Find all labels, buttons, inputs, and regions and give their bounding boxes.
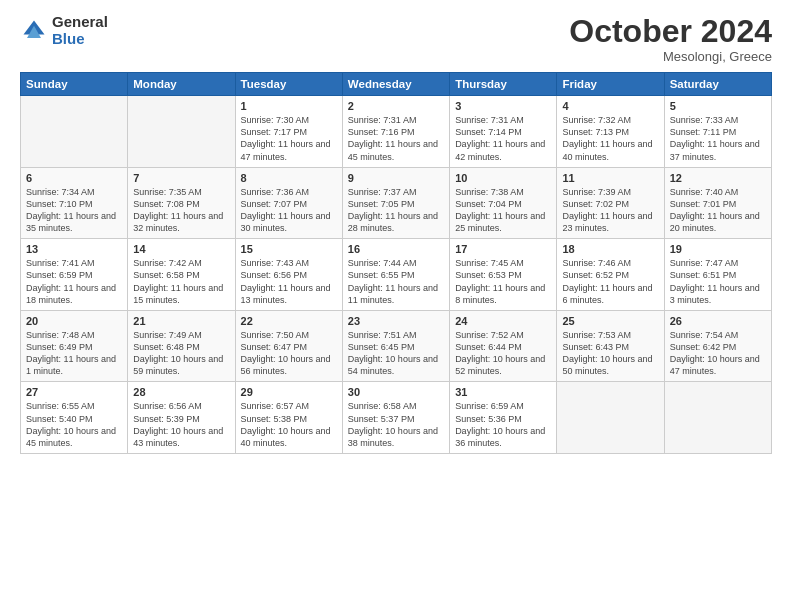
table-row: 5Sunrise: 7:33 AMSunset: 7:11 PMDaylight…: [664, 96, 771, 168]
day-info: Sunrise: 7:33 AMSunset: 7:11 PMDaylight:…: [670, 114, 766, 163]
table-row: 3Sunrise: 7:31 AMSunset: 7:14 PMDaylight…: [450, 96, 557, 168]
day-info: Sunrise: 7:30 AMSunset: 7:17 PMDaylight:…: [241, 114, 337, 163]
day-number: 2: [348, 100, 444, 112]
table-row: 17Sunrise: 7:45 AMSunset: 6:53 PMDayligh…: [450, 239, 557, 311]
header-sunday: Sunday: [21, 73, 128, 96]
table-row: 14Sunrise: 7:42 AMSunset: 6:58 PMDayligh…: [128, 239, 235, 311]
calendar-week-row: 20Sunrise: 7:48 AMSunset: 6:49 PMDayligh…: [21, 310, 772, 382]
calendar-table: Sunday Monday Tuesday Wednesday Thursday…: [20, 72, 772, 454]
table-row: 26Sunrise: 7:54 AMSunset: 6:42 PMDayligh…: [664, 310, 771, 382]
day-info: Sunrise: 6:55 AMSunset: 5:40 PMDaylight:…: [26, 400, 122, 449]
calendar-week-row: 13Sunrise: 7:41 AMSunset: 6:59 PMDayligh…: [21, 239, 772, 311]
table-row: 1Sunrise: 7:30 AMSunset: 7:17 PMDaylight…: [235, 96, 342, 168]
day-number: 12: [670, 172, 766, 184]
day-number: 16: [348, 243, 444, 255]
day-info: Sunrise: 7:50 AMSunset: 6:47 PMDaylight:…: [241, 329, 337, 378]
location-subtitle: Mesolongi, Greece: [569, 49, 772, 64]
day-number: 23: [348, 315, 444, 327]
table-row: 31Sunrise: 6:59 AMSunset: 5:36 PMDayligh…: [450, 382, 557, 454]
table-row: 9Sunrise: 7:37 AMSunset: 7:05 PMDaylight…: [342, 167, 449, 239]
header-wednesday: Wednesday: [342, 73, 449, 96]
day-number: 29: [241, 386, 337, 398]
day-info: Sunrise: 7:31 AMSunset: 7:16 PMDaylight:…: [348, 114, 444, 163]
day-info: Sunrise: 7:38 AMSunset: 7:04 PMDaylight:…: [455, 186, 551, 235]
day-info: Sunrise: 7:49 AMSunset: 6:48 PMDaylight:…: [133, 329, 229, 378]
table-row: 7Sunrise: 7:35 AMSunset: 7:08 PMDaylight…: [128, 167, 235, 239]
day-info: Sunrise: 7:40 AMSunset: 7:01 PMDaylight:…: [670, 186, 766, 235]
table-row: 15Sunrise: 7:43 AMSunset: 6:56 PMDayligh…: [235, 239, 342, 311]
day-info: Sunrise: 7:37 AMSunset: 7:05 PMDaylight:…: [348, 186, 444, 235]
calendar-week-row: 1Sunrise: 7:30 AMSunset: 7:17 PMDaylight…: [21, 96, 772, 168]
day-number: 25: [562, 315, 658, 327]
weekday-header-row: Sunday Monday Tuesday Wednesday Thursday…: [21, 73, 772, 96]
day-info: Sunrise: 7:45 AMSunset: 6:53 PMDaylight:…: [455, 257, 551, 306]
table-row: 2Sunrise: 7:31 AMSunset: 7:16 PMDaylight…: [342, 96, 449, 168]
table-row: 28Sunrise: 6:56 AMSunset: 5:39 PMDayligh…: [128, 382, 235, 454]
day-info: Sunrise: 7:32 AMSunset: 7:13 PMDaylight:…: [562, 114, 658, 163]
day-number: 6: [26, 172, 122, 184]
day-info: Sunrise: 6:57 AMSunset: 5:38 PMDaylight:…: [241, 400, 337, 449]
table-row: 20Sunrise: 7:48 AMSunset: 6:49 PMDayligh…: [21, 310, 128, 382]
calendar-page: General Blue October 2024 Mesolongi, Gre…: [0, 0, 792, 612]
table-row: [128, 96, 235, 168]
day-number: 27: [26, 386, 122, 398]
header-monday: Monday: [128, 73, 235, 96]
logo: General Blue: [20, 14, 108, 47]
day-number: 30: [348, 386, 444, 398]
day-number: 20: [26, 315, 122, 327]
logo-general-text: General: [52, 14, 108, 31]
day-number: 14: [133, 243, 229, 255]
day-number: 3: [455, 100, 551, 112]
day-info: Sunrise: 7:31 AMSunset: 7:14 PMDaylight:…: [455, 114, 551, 163]
table-row: 25Sunrise: 7:53 AMSunset: 6:43 PMDayligh…: [557, 310, 664, 382]
table-row: [664, 382, 771, 454]
day-info: Sunrise: 6:59 AMSunset: 5:36 PMDaylight:…: [455, 400, 551, 449]
table-row: 18Sunrise: 7:46 AMSunset: 6:52 PMDayligh…: [557, 239, 664, 311]
table-row: 29Sunrise: 6:57 AMSunset: 5:38 PMDayligh…: [235, 382, 342, 454]
day-number: 11: [562, 172, 658, 184]
table-row: 12Sunrise: 7:40 AMSunset: 7:01 PMDayligh…: [664, 167, 771, 239]
day-info: Sunrise: 7:47 AMSunset: 6:51 PMDaylight:…: [670, 257, 766, 306]
title-block: October 2024 Mesolongi, Greece: [569, 14, 772, 64]
day-number: 13: [26, 243, 122, 255]
table-row: 21Sunrise: 7:49 AMSunset: 6:48 PMDayligh…: [128, 310, 235, 382]
table-row: 4Sunrise: 7:32 AMSunset: 7:13 PMDaylight…: [557, 96, 664, 168]
day-number: 5: [670, 100, 766, 112]
logo-blue-text: Blue: [52, 31, 108, 48]
day-number: 7: [133, 172, 229, 184]
header-friday: Friday: [557, 73, 664, 96]
day-number: 18: [562, 243, 658, 255]
day-info: Sunrise: 7:35 AMSunset: 7:08 PMDaylight:…: [133, 186, 229, 235]
table-row: 27Sunrise: 6:55 AMSunset: 5:40 PMDayligh…: [21, 382, 128, 454]
day-number: 19: [670, 243, 766, 255]
header-tuesday: Tuesday: [235, 73, 342, 96]
header: General Blue October 2024 Mesolongi, Gre…: [0, 0, 792, 72]
header-thursday: Thursday: [450, 73, 557, 96]
month-title: October 2024: [569, 14, 772, 49]
day-info: Sunrise: 7:46 AMSunset: 6:52 PMDaylight:…: [562, 257, 658, 306]
day-info: Sunrise: 7:53 AMSunset: 6:43 PMDaylight:…: [562, 329, 658, 378]
day-number: 28: [133, 386, 229, 398]
day-number: 1: [241, 100, 337, 112]
table-row: 30Sunrise: 6:58 AMSunset: 5:37 PMDayligh…: [342, 382, 449, 454]
day-info: Sunrise: 7:34 AMSunset: 7:10 PMDaylight:…: [26, 186, 122, 235]
table-row: [21, 96, 128, 168]
table-row: 6Sunrise: 7:34 AMSunset: 7:10 PMDaylight…: [21, 167, 128, 239]
calendar-week-row: 27Sunrise: 6:55 AMSunset: 5:40 PMDayligh…: [21, 382, 772, 454]
day-info: Sunrise: 7:41 AMSunset: 6:59 PMDaylight:…: [26, 257, 122, 306]
day-info: Sunrise: 7:36 AMSunset: 7:07 PMDaylight:…: [241, 186, 337, 235]
table-row: 19Sunrise: 7:47 AMSunset: 6:51 PMDayligh…: [664, 239, 771, 311]
day-info: Sunrise: 7:48 AMSunset: 6:49 PMDaylight:…: [26, 329, 122, 378]
table-row: 24Sunrise: 7:52 AMSunset: 6:44 PMDayligh…: [450, 310, 557, 382]
table-row: 23Sunrise: 7:51 AMSunset: 6:45 PMDayligh…: [342, 310, 449, 382]
day-info: Sunrise: 7:54 AMSunset: 6:42 PMDaylight:…: [670, 329, 766, 378]
logo-icon: [20, 17, 48, 45]
day-info: Sunrise: 7:43 AMSunset: 6:56 PMDaylight:…: [241, 257, 337, 306]
table-row: 13Sunrise: 7:41 AMSunset: 6:59 PMDayligh…: [21, 239, 128, 311]
day-info: Sunrise: 7:39 AMSunset: 7:02 PMDaylight:…: [562, 186, 658, 235]
day-number: 17: [455, 243, 551, 255]
day-number: 10: [455, 172, 551, 184]
day-number: 22: [241, 315, 337, 327]
day-info: Sunrise: 7:52 AMSunset: 6:44 PMDaylight:…: [455, 329, 551, 378]
day-number: 26: [670, 315, 766, 327]
